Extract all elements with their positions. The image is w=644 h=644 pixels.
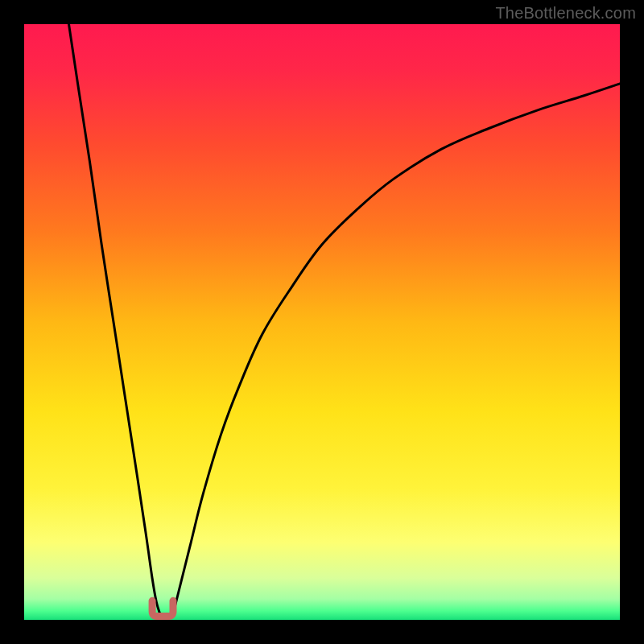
watermark: TheBottleneck.com xyxy=(495,4,636,23)
svg-rect-0 xyxy=(24,24,620,620)
background-gradient xyxy=(24,24,620,620)
plot-area xyxy=(24,24,620,620)
outer-frame: TheBottleneck.com xyxy=(0,0,644,644)
